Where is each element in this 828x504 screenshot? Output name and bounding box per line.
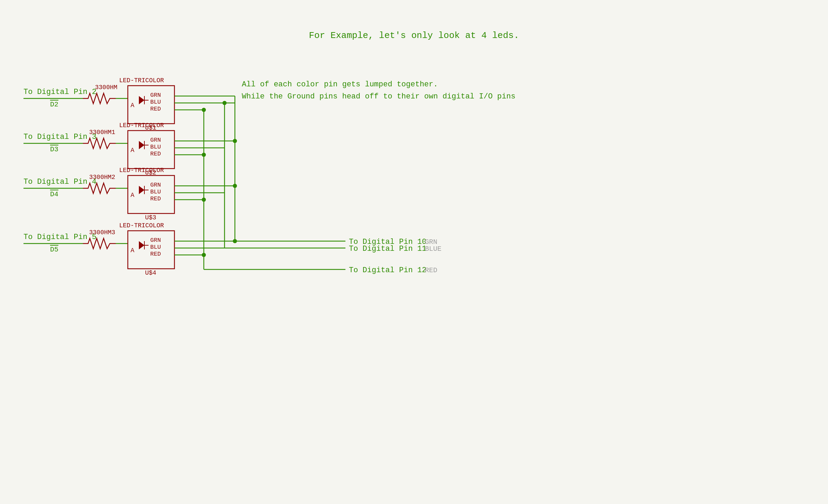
schematic-diagram: To Digital Pin 2 D2 3300HM LED-TRICOLOR … [0,0,828,504]
svg-text:LED-TRICOLOR: LED-TRICOLOR [119,167,164,174]
svg-text:A: A [131,247,134,254]
svg-text:LED-TRICOLOR: LED-TRICOLOR [119,122,164,129]
svg-marker-57 [139,241,144,249]
svg-marker-39 [139,186,144,194]
pin4-label: To Digital Pin 4 [23,178,96,186]
page: For Example, let's only look at 4 leds. … [0,0,828,504]
blue-output-label: BLUE [425,245,441,253]
resistor1-label: 3300HM [95,84,117,91]
svg-text:GRN: GRN [150,182,161,188]
svg-point-70 [222,101,227,105]
svg-text:A: A [131,192,134,199]
svg-text:RED: RED [150,151,161,157]
svg-text:GRN: GRN [150,237,161,244]
pin2-label: To Digital Pin 2 [23,88,96,96]
d2-label: D2 [50,101,58,108]
d4-label: D4 [50,190,58,198]
svg-text:BLU: BLU [150,244,161,250]
svg-text:U$3: U$3 [145,214,156,221]
annotation-ground: While the Ground pins head off to their … [242,92,515,101]
svg-text:A: A [131,147,134,154]
pin3-label: To Digital Pin 3 [23,133,96,141]
svg-text:U$4: U$4 [145,269,156,276]
red-output-label: RED [425,266,437,274]
svg-text:RED: RED [150,106,161,112]
svg-marker-5 [139,96,144,104]
svg-text:RED: RED [150,196,161,202]
pin11-label: To Digital Pin 11 [349,245,426,253]
pin12-label: To Digital Pin 12 [349,266,426,275]
led-tricolor1-label: LED-TRICOLOR [119,77,164,84]
svg-text:BLU: BLU [150,99,161,105]
svg-text:GRN: GRN [150,137,161,143]
svg-text:A: A [131,102,134,109]
d3-label: D3 [50,145,58,153]
annotation-lumped: All of each color pin gets lumped togeth… [242,80,438,89]
pin5-label: To Digital Pin 5 [23,233,96,241]
d5-label: D5 [50,246,58,254]
svg-text:3300HM1: 3300HM1 [89,129,115,136]
svg-text:GRN: GRN [150,92,161,98]
svg-text:LED-TRICOLOR: LED-TRICOLOR [119,222,164,229]
svg-point-72 [202,108,206,112]
svg-text:BLU: BLU [150,144,161,150]
svg-text:BLU: BLU [150,189,161,195]
svg-text:3300HM3: 3300HM3 [89,229,115,236]
svg-text:RED: RED [150,251,161,257]
svg-marker-21 [139,141,144,149]
svg-text:3300HM2: 3300HM2 [89,174,115,181]
